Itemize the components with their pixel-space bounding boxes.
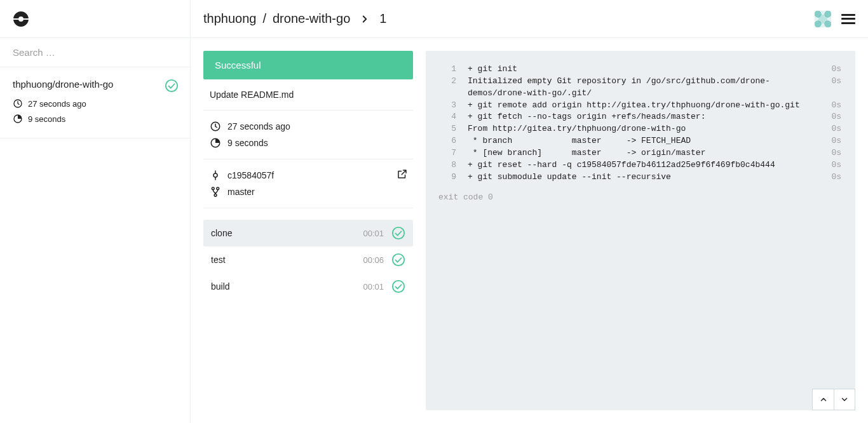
breadcrumb-build-number: 1 <box>379 11 386 26</box>
sidebar-duration-text: 9 seconds <box>28 114 65 124</box>
commit-message-section: Update README.md <box>203 79 413 111</box>
build-duration-row: 9 seconds <box>210 137 407 149</box>
chevron-up-icon <box>819 395 828 404</box>
menu-button[interactable] <box>841 14 855 24</box>
step-status <box>391 279 405 293</box>
clock-icon <box>13 98 23 109</box>
timing-section: 27 seconds ago 9 seconds <box>203 111 413 159</box>
log-line-text: + git remote add origin http://gitea.try… <box>468 100 821 112</box>
log-line-number: 1 <box>438 64 456 76</box>
svg-point-14 <box>393 254 404 265</box>
log-line-number: 5 <box>438 123 456 135</box>
log-line: 6 * branch master -> FETCH_HEAD0s <box>438 135 841 147</box>
user-avatar[interactable] <box>815 11 831 27</box>
step-name: build <box>211 281 363 292</box>
build-started-text: 27 seconds ago <box>227 121 290 131</box>
clock-icon <box>210 121 221 132</box>
step-status <box>391 226 405 240</box>
search-input[interactable] <box>0 38 190 67</box>
ref-section: c19584057f master <box>203 159 413 208</box>
drone-logo-icon <box>11 10 31 29</box>
log-line: 3+ git remote add origin http://gitea.tr… <box>438 100 841 112</box>
sidebar-repo-item[interactable]: thphuong/drone-with-go 27 seconds ago 9 … <box>0 67 190 138</box>
log-line-text: + git reset --hard -q c19584057fde7b4611… <box>468 159 821 171</box>
svg-point-7 <box>214 173 217 177</box>
breadcrumb-owner[interactable]: thphuong <box>203 11 256 26</box>
breadcrumb-slash: / <box>262 11 266 26</box>
sidebar-started-row: 27 seconds ago <box>13 98 177 109</box>
build-started-row: 27 seconds ago <box>210 121 407 132</box>
check-circle-icon <box>391 253 405 267</box>
content: Successful Update README.md 27 seconds a… <box>191 38 868 423</box>
branch-icon <box>210 186 221 198</box>
svg-point-2 <box>166 80 177 91</box>
log-line-number: 8 <box>438 159 456 171</box>
sidebar-duration-row: 9 seconds <box>13 114 177 124</box>
log-line: 4+ git fetch --no-tags origin +refs/head… <box>438 111 841 123</box>
log-panel: 1+ git init0s2Initialized empty Git repo… <box>426 51 855 410</box>
commit-icon <box>210 170 221 181</box>
log-scroll-controls <box>812 389 855 410</box>
open-in-new-icon <box>397 168 408 180</box>
logo[interactable] <box>0 0 190 38</box>
build-status-banner: Successful <box>203 51 413 79</box>
log-line-number: 7 <box>438 147 456 159</box>
svg-point-12 <box>214 194 217 196</box>
log-line-text: + git fetch --no-tags origin +refs/heads… <box>468 111 821 123</box>
log-line: 9+ git submodule update --init --recursi… <box>438 171 841 184</box>
steps-list: clone00:01test00:06build00:01 <box>203 220 413 300</box>
log-line-text: * [new branch] master -> origin/master <box>468 147 821 159</box>
step-name: test <box>211 255 363 265</box>
branch-name: master <box>227 187 255 197</box>
log-line: 7 * [new branch] master -> origin/master… <box>438 147 841 159</box>
log-line-duration: 0s <box>831 111 841 123</box>
step-test[interactable]: test00:06 <box>203 246 413 273</box>
log-line: 2Initialized empty Git repository in /go… <box>438 76 841 100</box>
step-duration: 00:06 <box>363 255 384 265</box>
status-badge-success <box>165 79 179 93</box>
exit-code: exit code 0 <box>438 192 841 204</box>
log-line-number: 6 <box>438 135 456 147</box>
check-circle-icon <box>391 279 405 293</box>
check-circle-icon <box>165 79 179 93</box>
sidebar-started-text: 27 seconds ago <box>28 99 86 109</box>
scroll-top-button[interactable] <box>812 389 834 410</box>
log-line-text: + git init <box>468 64 821 76</box>
topbar: thphuong / drone-with-go 1 <box>191 0 868 38</box>
log-line-duration: 0s <box>831 64 841 76</box>
step-status <box>391 253 405 267</box>
chevron-right-icon <box>359 13 370 25</box>
log-line-duration: 0s <box>831 76 841 88</box>
sidebar-repo-name: thphuong/drone-with-go <box>13 79 177 90</box>
scroll-bottom-button[interactable] <box>834 389 855 410</box>
log-line-number: 4 <box>438 111 456 123</box>
step-name: clone <box>211 228 363 238</box>
open-external-button[interactable] <box>397 168 408 180</box>
log-line-text: Initialized empty Git repository in /go/… <box>468 76 821 100</box>
breadcrumb: thphuong / drone-with-go 1 <box>203 11 386 26</box>
main: thphuong / drone-with-go 1 Successful <box>191 0 868 423</box>
svg-point-10 <box>212 187 214 190</box>
build-duration-text: 9 seconds <box>227 138 268 148</box>
svg-point-11 <box>217 187 219 190</box>
commit-message: Update README.md <box>210 90 407 100</box>
build-summary: Successful Update README.md 27 seconds a… <box>203 51 413 410</box>
step-clone[interactable]: clone00:01 <box>203 220 413 246</box>
svg-rect-1 <box>13 18 29 20</box>
step-duration: 00:01 <box>363 282 384 292</box>
log-line: 5From http://gitea.try/thphuong/drone-wi… <box>438 123 841 135</box>
chevron-down-icon <box>840 395 849 404</box>
timelapse-icon <box>210 137 221 149</box>
breadcrumb-repo[interactable]: drone-with-go <box>273 11 350 26</box>
commit-sha-row: c19584057f <box>210 170 407 181</box>
log-line-duration: 0s <box>831 159 841 171</box>
branch-row: master <box>210 186 407 198</box>
log-line-number: 3 <box>438 100 456 112</box>
log-line-duration: 0s <box>831 171 841 184</box>
log-line-text: From http://gitea.try/thphuong/drone-wit… <box>468 123 821 135</box>
step-duration: 00:01 <box>363 229 384 238</box>
log-line-duration: 0s <box>831 147 841 159</box>
step-build[interactable]: build00:01 <box>203 273 413 300</box>
svg-point-13 <box>393 227 404 239</box>
check-circle-icon <box>391 226 405 240</box>
